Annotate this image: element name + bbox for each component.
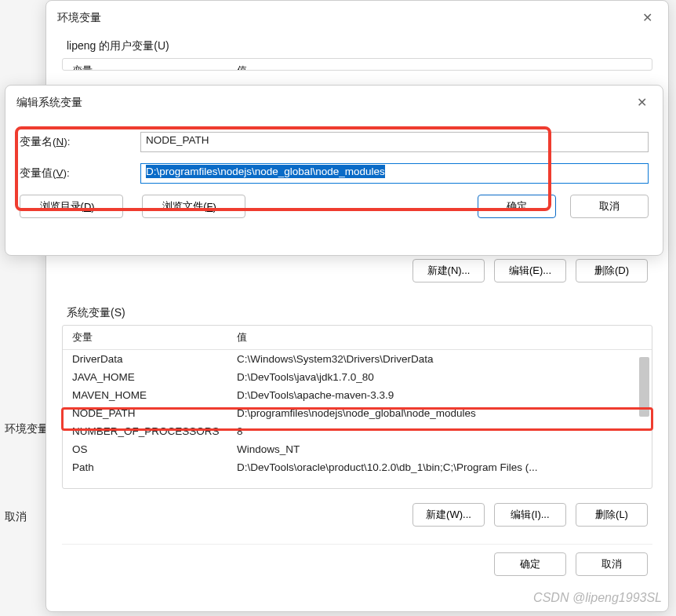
table-row[interactable]: NODE_PATHD:\programfiles\nodejs\node_glo… xyxy=(63,404,652,422)
sys-col-value: 值 xyxy=(237,330,644,344)
edit-dialog-header: 编辑系统变量 ✕ xyxy=(5,86,663,118)
env-dialog-title: 环境变量 xyxy=(57,11,101,25)
sys-var-button-row: 新建(W)... 编辑(I)... 删除(L) xyxy=(53,495,662,538)
edit-sys-var-button[interactable]: 编辑(I)... xyxy=(494,503,566,527)
edit-system-variable-dialog: 编辑系统变量 ✕ 变量名(N): NODE_PATH 变量值(V): D:\pr… xyxy=(5,85,663,256)
edit-cancel-button[interactable]: 取消 xyxy=(570,195,649,218)
table-row[interactable]: OSWindows_NT xyxy=(63,440,652,458)
table-row[interactable]: JAVA_HOMED:\DevTools\java\jdk1.7.0_80 xyxy=(63,368,652,386)
user-col-value: 值 xyxy=(237,64,644,71)
user-variables-box[interactable]: 变量 值 xyxy=(62,58,652,71)
new-user-var-button[interactable]: 新建(N)... xyxy=(413,259,485,282)
browse-directory-button[interactable]: 浏览目录(D)... xyxy=(20,195,123,218)
user-variables-group-label: lipeng 的用户变量(U) xyxy=(67,39,648,53)
edit-dialog-title: 编辑系统变量 xyxy=(16,96,82,110)
sys-var-list[interactable]: DriverDataC:\Windows\System32\Drivers\Dr… xyxy=(63,350,652,488)
close-icon[interactable]: ✕ xyxy=(638,9,657,27)
user-var-button-row: 新建(N)... 编辑(E)... 删除(D) xyxy=(53,251,662,293)
table-row[interactable]: DriverDataC:\Windows\System32\Drivers\Dr… xyxy=(63,350,652,368)
table-row[interactable]: NUMBER_OF_PROCESSORS8 xyxy=(63,422,652,440)
delete-sys-var-button[interactable]: 删除(L) xyxy=(576,503,648,527)
new-sys-var-button[interactable]: 新建(W)... xyxy=(413,503,485,527)
delete-user-var-button[interactable]: 删除(D) xyxy=(576,259,648,282)
variable-value-label: 变量值(V): xyxy=(20,166,140,180)
variable-value-row: 变量值(V): D:\programfiles\nodejs\node_glob… xyxy=(20,163,649,184)
variable-name-input[interactable]: NODE_PATH xyxy=(140,132,649,152)
sys-col-variable: 变量 xyxy=(72,330,237,344)
table-row[interactable]: MAVEN_HOMED:\DevTools\apache-maven-3.3.9 xyxy=(63,386,652,404)
edit-user-var-button[interactable]: 编辑(E)... xyxy=(494,259,566,282)
env-ok-button[interactable]: 确定 xyxy=(494,552,566,576)
system-variables-group-label: 系统变量(S) xyxy=(67,306,648,320)
sys-table-header: 变量 值 xyxy=(63,326,652,350)
variable-name-row: 变量名(N): NODE_PATH xyxy=(20,132,649,152)
variable-value-input[interactable]: D:\programfiles\nodejs\node_global\node_… xyxy=(140,163,649,184)
env-cancel-button[interactable]: 取消 xyxy=(576,552,648,576)
system-variables-box: 变量 值 DriverDataC:\Windows\System32\Drive… xyxy=(62,325,652,489)
edit-ok-button[interactable]: 确定 xyxy=(478,195,556,218)
user-col-variable: 变量 xyxy=(72,64,237,71)
background-env-label: 环境变量 xyxy=(5,422,49,436)
env-dialog-header: 环境变量 ✕ xyxy=(46,1,668,33)
close-icon[interactable]: ✕ xyxy=(632,93,652,111)
env-footer-buttons: 确定 取消 xyxy=(53,545,662,587)
variable-name-label: 变量名(N): xyxy=(20,135,140,149)
table-row[interactable]: PathD:\DevTools\oracle\product\10.2.0\db… xyxy=(63,458,652,476)
scrollbar[interactable] xyxy=(639,357,649,417)
browse-file-button[interactable]: 浏览文件(F)... xyxy=(142,195,245,218)
background-cancel-label: 取消 xyxy=(5,510,27,524)
